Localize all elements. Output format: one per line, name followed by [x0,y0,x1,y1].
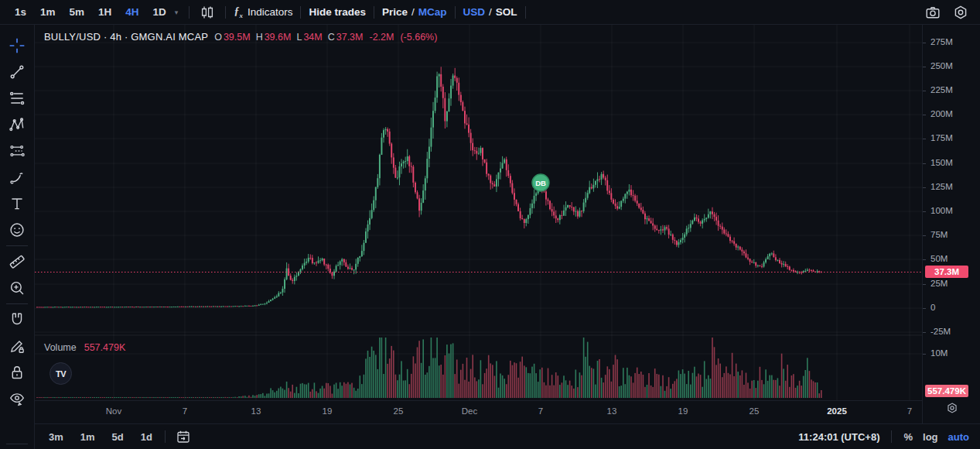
timeframe-1D[interactable]: 1D [148,4,172,20]
divider [455,6,456,19]
crosshair-icon[interactable] [4,33,30,59]
indicators-button[interactable]: ƒx Indicators [234,5,292,19]
ohlc-values: O39.5MH39.6ML34MC37.3M [214,32,363,43]
magnet-icon[interactable] [4,307,30,333]
price-axis[interactable]: 275M250M225M200M175M150M125M100M75M50M25… [922,25,980,423]
fib-retracement-icon[interactable] [4,85,30,111]
ohlc-value: 39.5M [224,32,251,43]
top-toolbar: 1s1m5m1H4H1D ▾ ƒx Indicators Hide trades… [0,0,980,25]
price-tick-label: 10M [930,348,948,358]
chart-plot-area[interactable]: DB BULLY/USD · 4h · GMGN.AI MCAP O39.5MH… [35,25,922,400]
time-tick-label: 7 [538,406,543,416]
time-tick-label: 2025 [827,406,847,416]
hide-drawings-icon[interactable] [4,386,30,412]
divider [225,6,226,19]
timeframe-5m[interactable]: 5m [64,4,90,20]
divider [189,6,190,19]
price-tick-label: 275M [930,37,953,46]
range-1d[interactable]: 1d [136,430,157,444]
usd-sol-toggle[interactable]: USD / SOL [463,6,517,18]
clock-utc[interactable]: 11:24:01 (UTC+8) [798,431,879,443]
go-to-date-calendar-icon[interactable] [173,427,193,447]
axis-tick-mark [923,187,926,188]
zoom-in-icon[interactable] [4,275,30,301]
trend-line-icon[interactable] [4,59,30,85]
auto-scale-button[interactable]: auto [948,431,969,443]
divider [6,444,28,444]
time-tick-label: 25 [750,406,760,416]
ohlc-key: O [214,32,222,43]
ohlc-key: L [296,32,302,43]
chart-settings-gear-icon[interactable] [951,2,971,22]
usd-option[interactable]: USD [463,6,486,18]
candlestick-chart[interactable]: DB [35,25,922,400]
text-tool-icon[interactable] [4,190,30,217]
price-tick-label: -25M [930,327,951,336]
ohlc-value: 34M [303,32,322,43]
indicators-label: Indicators [248,6,293,18]
tradingview-logo-text: TV [56,369,66,379]
change-value: -2.2M [369,32,394,43]
price-tick-label: 250M [930,61,953,70]
emoji-icon[interactable] [4,217,30,243]
time-tick-label: 7 [907,406,912,416]
ohlc-key: H [256,32,263,43]
mcap-option[interactable]: MCap [418,6,447,18]
range-5d[interactable]: 5d [108,430,128,444]
current-volume-badge: 557.479K [925,385,968,397]
axis-tick-mark [923,354,926,355]
db-marker[interactable]: DB [532,174,549,191]
divider [6,245,28,246]
bottom-toolbar: 3m1m5d1d 11:24:01 (UTC+8) % log auto [35,423,980,449]
time-tick-label: 19 [323,406,333,416]
timeframe-4H[interactable]: 4H [120,4,144,20]
axis-tick-mark [923,115,926,115]
toggle-separator: / [411,6,415,18]
lock-all-icon[interactable] [4,359,30,386]
timeframe-1m[interactable]: 1m [35,4,61,20]
timeframe-1s[interactable]: 1s [9,4,32,20]
range-1m[interactable]: 1m [76,430,100,444]
timeframe-dropdown-caret[interactable]: ▾ [172,9,182,16]
axis-tick-mark [923,43,926,43]
fx-icon: ƒx [234,5,243,19]
price-tick-label: 150M [930,158,953,167]
divider [300,6,301,19]
timeframe-1H[interactable]: 1H [93,4,117,20]
axis-tick-mark [923,259,926,260]
draw-lock-icon[interactable] [4,333,30,359]
candlestick-style-icon[interactable] [197,2,217,22]
projection-icon[interactable] [4,138,30,164]
drawing-toolbar [0,25,35,449]
time-tick-label: 25 [394,406,404,416]
divider [525,6,526,19]
time-tick-label: 7 [183,406,187,416]
axis-settings-gear-icon[interactable] [946,402,958,414]
price-mcap-toggle[interactable]: Price / MCap [382,6,447,18]
price-tick-label: 25M [930,279,948,288]
camera-icon[interactable] [923,2,943,22]
brush-icon[interactable] [4,164,30,190]
price-tick-label: 125M [930,182,953,191]
axis-tick-mark [923,332,926,333]
percent-scale-button[interactable]: % [903,431,913,443]
tradingview-logo[interactable]: TV [50,362,72,385]
svg-text:DB: DB [535,179,546,187]
price-tick-label: 225M [930,85,953,94]
sol-option[interactable]: SOL [496,6,517,18]
price-tick-label: 50M [930,254,948,263]
axis-tick-mark [923,163,926,164]
log-scale-button[interactable]: log [923,431,938,443]
axis-tick-mark [923,211,926,212]
range-3m[interactable]: 3m [44,430,68,444]
volume-legend: Volume 557.479K [44,342,125,353]
time-axis[interactable]: Nov7131925Dec713192520257 [35,400,922,423]
xabcd-pattern-icon[interactable] [4,111,30,138]
hide-trades-button[interactable]: Hide trades [309,6,366,18]
price-tick-label: 75M [930,230,948,239]
ruler-icon[interactable] [4,248,30,275]
price-tick-label: 0 [930,303,935,312]
time-tick-label: 13 [251,406,261,416]
price-tick-label: 200M [930,109,953,118]
price-option[interactable]: Price [382,6,408,18]
